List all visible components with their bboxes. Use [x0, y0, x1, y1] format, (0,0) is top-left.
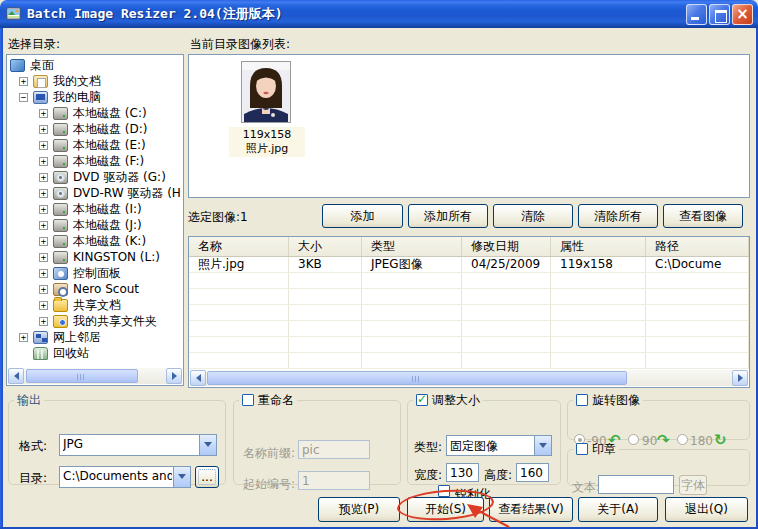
- expand-toggle[interactable]: +: [39, 109, 48, 118]
- tree-item-label[interactable]: 我的文档: [51, 73, 103, 90]
- collapse-toggle[interactable]: −: [19, 93, 28, 102]
- tree-item-label[interactable]: 网上邻居: [51, 329, 103, 346]
- resize-type-combobox[interactable]: 固定图像: [446, 435, 552, 456]
- expand-toggle[interactable]: +: [39, 317, 48, 326]
- chevron-down-icon[interactable]: [534, 436, 551, 455]
- stamp-checkbox[interactable]: [576, 443, 588, 455]
- table-hscrollbar-thumb[interactable]: [207, 371, 627, 385]
- tree-item[interactable]: +我的共享文件夹: [8, 313, 182, 329]
- expand-toggle[interactable]: +: [19, 333, 28, 342]
- tree-item[interactable]: −我的电脑: [8, 89, 182, 105]
- tree-item-label[interactable]: 本地磁盘 (C:): [71, 105, 149, 122]
- chevron-down-icon[interactable]: [173, 467, 190, 487]
- tree-item-label[interactable]: 本地磁盘 (I:): [71, 201, 144, 218]
- width-field[interactable]: [446, 463, 479, 482]
- tree-item[interactable]: +本地磁盘 (D:): [8, 121, 182, 137]
- view-image-button[interactable]: 查看图像: [663, 204, 743, 228]
- maximize-button[interactable]: [709, 4, 730, 25]
- tree-item[interactable]: +DVD 驱动器 (G:): [8, 169, 182, 185]
- preview-button[interactable]: 预览(P): [318, 497, 400, 522]
- expand-toggle[interactable]: +: [39, 285, 48, 294]
- column-header[interactable]: 名称: [189, 237, 289, 256]
- about-button[interactable]: 关于(A): [578, 497, 658, 522]
- column-header[interactable]: 类型: [362, 237, 462, 256]
- tree-item-label[interactable]: 共享文档: [71, 297, 123, 314]
- format-combobox[interactable]: JPG: [59, 434, 217, 456]
- scroll-left-button[interactable]: [8, 368, 24, 384]
- expand-toggle[interactable]: +: [39, 157, 48, 166]
- expand-toggle[interactable]: +: [39, 269, 48, 278]
- height-field[interactable]: [516, 463, 549, 482]
- tree-item[interactable]: +控制面板: [8, 265, 182, 281]
- column-header[interactable]: 修改日期: [462, 237, 551, 256]
- dir-combobox[interactable]: C:\Documents and S: [59, 466, 191, 488]
- close-button[interactable]: [732, 4, 753, 25]
- exit-button[interactable]: 退出(Q): [665, 497, 748, 522]
- minimize-button[interactable]: [686, 4, 707, 25]
- image-list-panel[interactable]: 119x158 照片.jpg: [188, 54, 750, 198]
- add-all-button[interactable]: 添加所有: [408, 204, 488, 228]
- start-button[interactable]: 开始(S): [407, 497, 484, 522]
- chevron-down-icon[interactable]: [199, 435, 216, 455]
- prefix-field[interactable]: [298, 440, 370, 459]
- tree-item[interactable]: +KINGSTON (L:): [8, 249, 182, 265]
- title-bar[interactable]: Batch Image Resizer 2.04(注册版本): [0, 0, 758, 28]
- add-button[interactable]: 添加: [322, 204, 403, 228]
- font-button[interactable]: 字体: [679, 475, 707, 495]
- resize-checkbox[interactable]: [416, 394, 428, 406]
- table-row[interactable]: 照片.jpg3KBJPEG图像04/25/2009119x158C:\Docum…: [189, 257, 749, 273]
- expand-toggle[interactable]: +: [39, 173, 48, 182]
- tree-item[interactable]: +DVD-RW 驱动器 (H:): [8, 185, 182, 201]
- tree-item[interactable]: +共享文档: [8, 297, 182, 313]
- browse-button[interactable]: ...: [195, 466, 219, 488]
- tree-item[interactable]: +本地磁盘 (C:): [8, 105, 182, 121]
- column-header[interactable]: 大小: [289, 237, 362, 256]
- scroll-right-button[interactable]: [732, 370, 748, 386]
- sharpen-checkbox[interactable]: [438, 485, 450, 497]
- tree-item-label[interactable]: DVD-RW 驱动器 (H:): [71, 185, 182, 202]
- tree-item[interactable]: +本地磁盘 (F:): [8, 153, 182, 169]
- expand-toggle[interactable]: +: [19, 77, 28, 86]
- expand-toggle[interactable]: +: [39, 237, 48, 246]
- table-hscrollbar-track[interactable]: [206, 370, 732, 386]
- tree-item-label[interactable]: KINGSTON (L:): [71, 250, 162, 264]
- rotate-checkbox[interactable]: [576, 394, 588, 406]
- column-header[interactable]: 属性: [551, 237, 646, 256]
- tree-hscrollbar[interactable]: [8, 368, 182, 384]
- tree-item-label[interactable]: 我的共享文件夹: [71, 313, 159, 330]
- tree-item[interactable]: +我的文档: [8, 73, 182, 89]
- clear-button[interactable]: 清除: [493, 204, 573, 228]
- expand-toggle[interactable]: +: [39, 125, 48, 134]
- tree-item-label[interactable]: 本地磁盘 (E:): [71, 137, 148, 154]
- start-number-field[interactable]: [298, 471, 370, 490]
- tree-item-label[interactable]: DVD 驱动器 (G:): [71, 169, 168, 186]
- tree-item-label[interactable]: 本地磁盘 (F:): [71, 153, 146, 170]
- expand-toggle[interactable]: +: [39, 221, 48, 230]
- rename-checkbox[interactable]: [242, 394, 254, 406]
- tree-item[interactable]: +本地磁盘 (E:): [8, 137, 182, 153]
- tree-item[interactable]: +网上邻居: [8, 329, 182, 345]
- tree-item-label[interactable]: 本地磁盘 (D:): [71, 121, 149, 138]
- expand-toggle[interactable]: +: [39, 205, 48, 214]
- tree-hscrollbar-track[interactable]: [24, 368, 166, 384]
- tree-item-label[interactable]: 桌面: [28, 57, 56, 74]
- tree-item-label[interactable]: 本地磁盘 (K:): [71, 233, 148, 250]
- tree-item[interactable]: +本地磁盘 (K:): [8, 233, 182, 249]
- photo-thumbnail[interactable]: [241, 61, 291, 123]
- column-header[interactable]: 路径: [646, 237, 749, 256]
- stamp-text-field[interactable]: [598, 475, 674, 494]
- scroll-right-button[interactable]: [166, 368, 182, 384]
- tree-hscrollbar-thumb[interactable]: [26, 369, 138, 383]
- tree-item-label[interactable]: 控制面板: [71, 265, 123, 282]
- expand-toggle[interactable]: +: [39, 189, 48, 198]
- view-results-button[interactable]: 查看结果(V): [489, 497, 573, 522]
- tree-item-label[interactable]: 回收站: [51, 345, 91, 362]
- expand-toggle[interactable]: +: [39, 141, 48, 150]
- tree-item[interactable]: +Nero Scout: [8, 281, 182, 297]
- table-hscrollbar[interactable]: [190, 370, 748, 386]
- tree-item-label[interactable]: 我的电脑: [51, 89, 103, 106]
- tree-item-label[interactable]: Nero Scout: [71, 282, 141, 296]
- tree-item[interactable]: +本地磁盘 (J:): [8, 217, 182, 233]
- tree-item[interactable]: 回收站: [8, 345, 182, 361]
- expand-toggle[interactable]: +: [39, 301, 48, 310]
